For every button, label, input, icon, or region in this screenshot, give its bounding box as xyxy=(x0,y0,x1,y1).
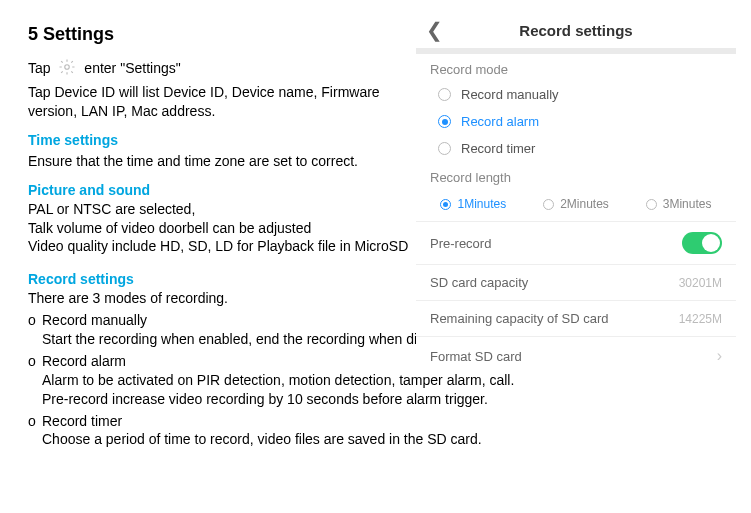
mode-option-label: Record alarm xyxy=(461,114,539,129)
sd-remaining-value: 14225M xyxy=(679,312,722,326)
chevron-right-icon: › xyxy=(717,347,722,365)
length-option-label: 3Minutes xyxy=(663,197,712,211)
record-mode-options: Record manually Record alarm Record time… xyxy=(416,81,736,162)
sd-capacity-row: SD card capacity 30201M xyxy=(416,265,736,300)
back-icon[interactable]: ❮ xyxy=(426,18,443,42)
length-option-label: 1Minutes xyxy=(457,197,506,211)
prerecord-label: Pre-record xyxy=(430,236,491,251)
mode-option-manually[interactable]: Record manually xyxy=(430,81,722,108)
picsound-l3: Video quality include HD, SD, LD for Pla… xyxy=(28,237,428,256)
tap-suffix: enter "Settings" xyxy=(84,60,180,76)
settings-tap-line: Tap enter "Settings" xyxy=(28,58,428,81)
picture-sound-head: Picture and sound xyxy=(28,181,428,200)
picsound-l1: PAL or NTSC are selected, xyxy=(28,200,428,219)
mode-option-label: Record timer xyxy=(461,141,535,156)
time-settings-body: Ensure that the time and time zone are s… xyxy=(28,152,428,171)
length-option-1min[interactable]: 1Minutes xyxy=(440,197,506,211)
mode-option-label: Record manually xyxy=(461,87,559,102)
radio-icon xyxy=(438,115,451,128)
length-option-3min[interactable]: 3Minutes xyxy=(646,197,712,211)
format-sd-label: Format SD card xyxy=(430,349,522,364)
radio-icon xyxy=(646,199,657,210)
sd-capacity-value: 30201M xyxy=(679,276,722,290)
radio-icon xyxy=(438,142,451,155)
record-intro: There are 3 modes of recording. xyxy=(28,289,428,308)
record-length-label: Record length xyxy=(416,162,736,189)
svg-point-0 xyxy=(65,65,70,70)
prerecord-row: Pre-record xyxy=(416,222,736,264)
mode-alarm-desc2: Pre-record increase video recording by 1… xyxy=(28,390,728,409)
sd-remaining-label: Remaining capacity of SD card xyxy=(430,311,608,326)
doc-column: 5 Settings Tap enter "Settings" Tap Devi… xyxy=(28,22,428,449)
radio-icon xyxy=(438,88,451,101)
mode-timer-title: Record timer xyxy=(28,412,728,431)
radio-icon xyxy=(440,199,451,210)
phone-screenshot: ❮ Record settings Record mode Record man… xyxy=(416,12,736,362)
sd-capacity-label: SD card capacity xyxy=(430,275,528,290)
mode-option-timer[interactable]: Record timer xyxy=(430,135,722,162)
record-settings-head: Record settings xyxy=(28,270,428,289)
time-settings-head: Time settings xyxy=(28,131,428,150)
phone-title: Record settings xyxy=(416,22,736,39)
mode-option-alarm[interactable]: Record alarm xyxy=(430,108,722,135)
radio-icon xyxy=(543,199,554,210)
device-id-para: Tap Device ID will list Device ID, Devic… xyxy=(28,83,428,121)
sd-remaining-row: Remaining capacity of SD card 14225M xyxy=(416,301,736,336)
phone-header: ❮ Record settings xyxy=(416,12,736,48)
record-mode-label: Record mode xyxy=(416,54,736,81)
format-sd-row[interactable]: Format SD card › xyxy=(416,337,736,375)
record-length-options: 1Minutes 2Minutes 3Minutes xyxy=(416,189,736,221)
mode-timer-desc: Choose a period of time to record, video… xyxy=(28,430,728,449)
gear-icon xyxy=(58,58,76,81)
length-option-label: 2Minutes xyxy=(560,197,609,211)
section-title: 5 Settings xyxy=(28,22,428,46)
picsound-l2: Talk volume of video doorbell can be adj… xyxy=(28,219,428,238)
prerecord-toggle[interactable] xyxy=(682,232,722,254)
tap-prefix: Tap xyxy=(28,60,54,76)
length-option-2min[interactable]: 2Minutes xyxy=(543,197,609,211)
